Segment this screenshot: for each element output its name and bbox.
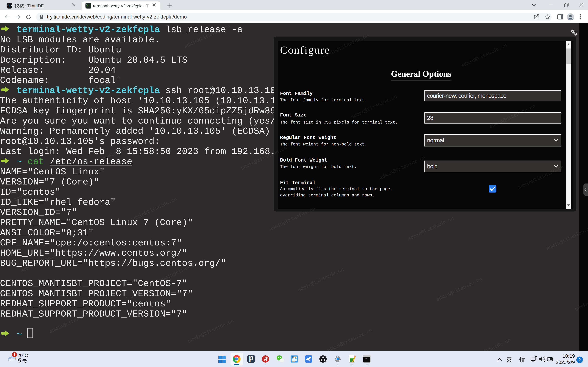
svg-text:1: 1 — [13, 352, 15, 357]
svg-text:2: 2 — [579, 357, 581, 362]
svg-text:C:\_: C:\_ — [364, 358, 368, 360]
